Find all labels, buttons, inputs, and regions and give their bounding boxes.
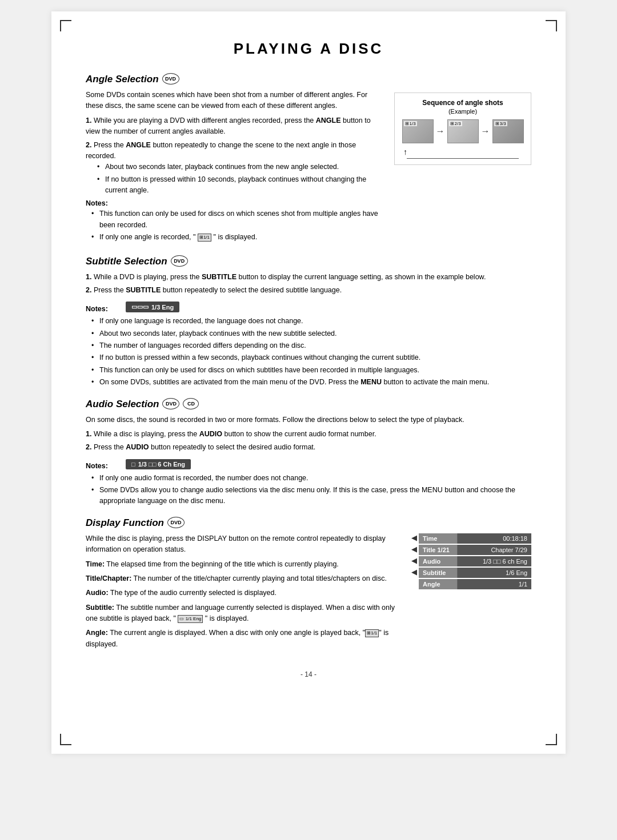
angle-step-1: 1. While you are playing a DVD with diff… bbox=[86, 115, 383, 138]
dvd-badge-angle: DVD bbox=[162, 73, 179, 85]
osd-time-inner: Time 00:18:18 bbox=[419, 533, 531, 544]
audio-note-2: Some DVDs allow you to change audio sele… bbox=[91, 485, 531, 507]
audio-notes: If only one audio format is recorded, th… bbox=[86, 473, 531, 507]
subtitle-notes-row: Notes: ▭▭▭ 1/3 Eng bbox=[86, 299, 531, 316]
angle-frame-2: ⊞2/3 bbox=[447, 119, 479, 143]
angle-left: Some DVDs contain scenes which have been… bbox=[86, 90, 383, 246]
osd-subtitle-value: 1/6 Eng bbox=[458, 568, 531, 578]
osd-title-value: Chapter 7/29 bbox=[458, 545, 531, 555]
angle-sequence-box: Sequence of angle shots (Example) ⊞1/3 →… bbox=[394, 93, 531, 165]
audio-note-1: If only one audio format is recorded, th… bbox=[91, 473, 531, 484]
osd-audio-value: 1/3 □□ 6 ch Eng bbox=[458, 556, 531, 566]
audio-notes-label: Notes: bbox=[86, 462, 114, 470]
display-left: While the disc is playing, press the DIS… bbox=[86, 533, 400, 653]
osd-title-inner: Title 1/21 Chapter 7/29 bbox=[419, 545, 531, 555]
osd-audio-label: Audio bbox=[419, 556, 458, 566]
corner-mark-tr bbox=[546, 20, 557, 31]
osd-subtitle-label: Subtitle bbox=[419, 568, 458, 578]
osd-time-label: Time bbox=[419, 533, 458, 544]
osd-subtitle-inner: Subtitle 1/6 Eng bbox=[419, 568, 531, 578]
display-audio-item: Audio: The type of the audio currently s… bbox=[86, 588, 400, 598]
arrow-1: → bbox=[436, 126, 445, 136]
angle-steps: 1. While you are playing a DVD with diff… bbox=[86, 115, 383, 196]
display-heading-text: Display Function bbox=[86, 517, 164, 529]
subtitle-notes: If only one language is recorded, the la… bbox=[86, 316, 531, 388]
angle-bracket-line bbox=[407, 158, 519, 159]
audio-step-2: 2. Press the AUDIO button repeatedly to … bbox=[86, 442, 531, 453]
osd-time-row: ◀ Time 00:18:18 bbox=[411, 533, 531, 544]
audio-osd: □ 1/3 □□ 6 Ch Eng bbox=[126, 459, 191, 469]
subtitle-heading: Subtitle Selection DVD bbox=[86, 256, 531, 267]
angle-frame-1-label: ⊞1/3 bbox=[404, 121, 417, 126]
angle-frame-3: ⊞3/3 bbox=[492, 119, 524, 143]
cd-badge-audio: CD bbox=[183, 398, 199, 409]
angle-note-1: This function can only be used for discs… bbox=[91, 208, 383, 231]
osd-angle-inner: Angle 1/1 bbox=[419, 579, 531, 589]
angle-seq-title: Sequence of angle shots bbox=[400, 99, 525, 107]
subtitle-osd: ▭▭▭ 1/3 Eng bbox=[126, 302, 179, 312]
angle-heading: Angle Selection DVD bbox=[86, 74, 531, 85]
display-section: Display Function DVD While the disc is p… bbox=[86, 517, 531, 653]
osd-angle-label: Angle bbox=[419, 579, 458, 589]
angle-heading-text: Angle Selection bbox=[86, 74, 159, 85]
angle-frame-3-label: ⊞3/3 bbox=[494, 121, 507, 126]
audio-heading: Audio Selection DVD CD bbox=[86, 399, 531, 410]
display-angle-item: Angle: The current angle is displayed. W… bbox=[86, 628, 400, 650]
page-number: - 14 - bbox=[86, 670, 531, 678]
display-right: ◀ Time 00:18:18 ◀ Title 1/21 Chapter 7/2… bbox=[411, 533, 531, 653]
osd-angle-value: 1/1 bbox=[458, 579, 531, 589]
angle-frame-2-label: ⊞2/3 bbox=[449, 121, 462, 126]
corner-mark-tl bbox=[60, 20, 71, 31]
osd-angle-row: ◀ Angle 1/1 bbox=[411, 579, 531, 589]
page-title: PLAYING A DISC bbox=[86, 40, 531, 58]
osd-subtitle-row: ◀ Subtitle 1/6 Eng bbox=[411, 568, 531, 578]
display-time-item: Time: The elapsed time from the beginnin… bbox=[86, 559, 400, 570]
corner-mark-bl bbox=[60, 734, 71, 745]
angle-sub-2: If no button is pressed within 10 second… bbox=[97, 174, 383, 196]
audio-arrow: ◀ bbox=[411, 556, 417, 566]
osd-title-row: ◀ Title 1/21 Chapter 7/29 bbox=[411, 545, 531, 555]
angle-intro: Some DVDs contain scenes which have been… bbox=[86, 90, 383, 112]
audio-intro: On some discs, the sound is recorded in … bbox=[86, 415, 531, 425]
subtitle-osd-label: 1/3 Eng bbox=[151, 304, 174, 311]
corner-mark-br bbox=[546, 734, 557, 745]
audio-section: Audio Selection DVD CD On some discs, th… bbox=[86, 399, 531, 507]
subtitle-note-5: This function can only be used for discs… bbox=[91, 365, 531, 376]
arrow-2: → bbox=[481, 126, 490, 136]
subtitle-arrow: ◀ bbox=[411, 568, 417, 578]
subtitle-step-1: 1. While a DVD is playing, press the SUB… bbox=[86, 272, 531, 283]
angle-step-2: 2. Press the ANGLE button repeatedly to … bbox=[86, 140, 383, 196]
angle-icon-inline2: ⊞1/1 bbox=[365, 629, 379, 637]
subtitle-note-3: The number of languages recorded differs… bbox=[91, 340, 531, 351]
osd-title-label: Title 1/21 bbox=[419, 545, 458, 555]
osd-audio-inner: Audio 1/3 □□ 6 ch Eng bbox=[419, 556, 531, 566]
page: PLAYING A DISC Angle Selection DVD Some … bbox=[51, 11, 566, 754]
dvd-badge-audio: DVD bbox=[162, 398, 179, 409]
display-intro: While the disc is playing, press the DIS… bbox=[86, 533, 400, 556]
subtitle-icon-inline: ▭ 1/1 Eng bbox=[178, 615, 203, 623]
subtitle-heading-text: Subtitle Selection bbox=[86, 256, 167, 267]
angle-sub-bullets: About two seconds later, playback contin… bbox=[86, 162, 383, 196]
angle-frames: ⊞1/3 → ⊞2/3 → ⊞3/3 bbox=[400, 119, 525, 143]
angle-notes: This function can only be used for discs… bbox=[86, 208, 383, 243]
display-subtitle-item: Subtitle: The subtitle number and langua… bbox=[86, 602, 400, 625]
subtitle-note-4: If no button is pressed within a few sec… bbox=[91, 352, 531, 363]
display-content: While the disc is playing, press the DIS… bbox=[86, 533, 531, 653]
dvd-badge-display: DVD bbox=[167, 517, 185, 528]
osd-audio-row: ◀ Audio 1/3 □□ 6 ch Eng bbox=[411, 556, 531, 566]
audio-notes-row: Notes: □ 1/3 □□ 6 Ch Eng bbox=[86, 457, 531, 473]
audio-steps: 1. While a disc is playing, press the AU… bbox=[86, 429, 531, 453]
subtitle-section: Subtitle Selection DVD 1. While a DVD is… bbox=[86, 256, 531, 388]
angle-section: Angle Selection DVD Some DVDs contain sc… bbox=[86, 74, 531, 246]
display-heading: Display Function DVD bbox=[86, 517, 531, 529]
angle-right: Sequence of angle shots (Example) ⊞1/3 →… bbox=[394, 90, 531, 246]
osd-display: ◀ Time 00:18:18 ◀ Title 1/21 Chapter 7/2… bbox=[411, 533, 531, 589]
dvd-badge-subtitle: DVD bbox=[171, 255, 188, 267]
subtitle-steps: 1. While a DVD is playing, press the SUB… bbox=[86, 272, 531, 296]
angle-seq-sub: (Example) bbox=[400, 108, 525, 115]
angle-icon-inline: ⊞1/1 bbox=[198, 234, 211, 242]
angle-notes-label: Notes: bbox=[86, 199, 383, 207]
angle-content: Some DVDs contain scenes which have been… bbox=[86, 90, 531, 246]
subtitle-note-1: If only one language is recorded, the la… bbox=[91, 316, 531, 327]
audio-heading-text: Audio Selection bbox=[86, 399, 159, 410]
